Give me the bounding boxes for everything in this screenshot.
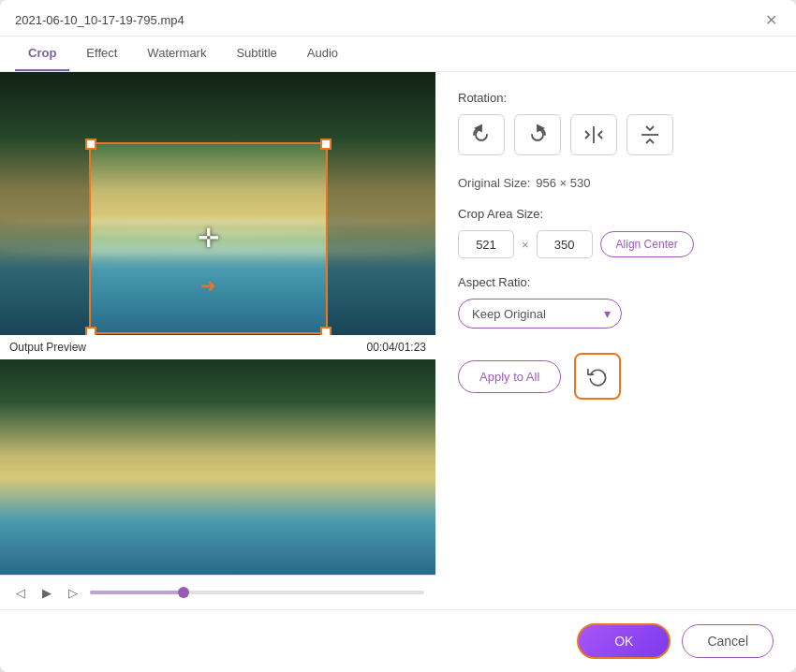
tab-bar: Crop Effect Watermark Subtitle Audio (0, 37, 796, 72)
video-crop-area[interactable]: ✛ ➜ (0, 72, 435, 335)
crop-handle-bottom-left[interactable] (85, 327, 96, 335)
tab-subtitle[interactable]: Subtitle (223, 37, 289, 71)
bottom-bar: OK Cancel (0, 609, 796, 672)
skip-forward-button[interactable]: ▷ (64, 583, 82, 602)
rotation-label: Rotation: (458, 91, 774, 105)
left-panel: ✛ ➜ Output Preview 00:04/01:23 ◁ ▶ ▷ (0, 72, 435, 609)
tab-audio[interactable]: Audio (294, 37, 351, 71)
original-size-label: Original Size: (458, 176, 530, 190)
rotate-right-button[interactable] (514, 114, 561, 155)
aspect-ratio-label: Aspect Ratio: (458, 275, 774, 289)
dialog: 2021-06-10_10-17-19-795.mp4 ✕ Crop Effec… (0, 0, 796, 672)
action-row: Apply to All (458, 353, 774, 400)
flip-vertical-button[interactable] (626, 114, 673, 155)
play-button[interactable]: ▶ (37, 583, 56, 602)
crop-handle-top-left[interactable] (85, 139, 96, 150)
output-preview-label: Output Preview (9, 341, 86, 354)
aspect-ratio-section: Aspect Ratio: Keep Original 16:9 4:3 1:1… (458, 275, 774, 329)
progress-fill (90, 591, 184, 594)
playback-bar: ◁ ▶ ▷ (0, 575, 435, 609)
arrow-indicator: ➜ (181, 276, 237, 295)
flip-horizontal-button[interactable] (570, 114, 617, 155)
move-cursor-icon: ✛ (190, 220, 228, 257)
crop-area-label: Crop Area Size: (458, 207, 774, 221)
output-label-row: Output Preview 00:04/01:23 (0, 335, 435, 359)
skip-back-button[interactable]: ◁ (11, 583, 30, 602)
crop-area-section: Crop Area Size: × Align Center (458, 207, 774, 258)
progress-thumb[interactable] (178, 587, 189, 598)
tab-effect[interactable]: Effect (73, 37, 130, 71)
rotate-left-button[interactable] (458, 114, 505, 155)
close-button[interactable]: ✕ (760, 9, 781, 30)
align-center-button[interactable]: Align Center (600, 231, 694, 257)
ok-button[interactable]: OK (577, 623, 671, 659)
tab-crop[interactable]: Crop (15, 37, 69, 71)
progress-track[interactable] (90, 591, 424, 594)
preview-video-background (0, 359, 435, 575)
apply-to-all-button[interactable]: Apply to All (458, 360, 561, 393)
content-area: ✛ ➜ Output Preview 00:04/01:23 ◁ ▶ ▷ (0, 72, 796, 609)
multiply-sign: × (522, 238, 529, 252)
crop-width-input[interactable] (458, 230, 514, 258)
tab-watermark[interactable]: Watermark (134, 37, 219, 71)
crop-height-input[interactable] (537, 230, 593, 258)
original-size-row: Original Size: 956 × 530 (458, 176, 774, 190)
preview-area (0, 359, 435, 575)
title-bar: 2021-06-10_10-17-19-795.mp4 ✕ (0, 0, 796, 37)
reset-button[interactable] (574, 353, 621, 400)
original-size-section: Original Size: 956 × 530 (458, 176, 774, 190)
video-timestamp: 00:04/01:23 (367, 341, 426, 354)
crop-box[interactable]: ✛ ➜ (89, 142, 328, 334)
aspect-ratio-dropdown[interactable]: Keep Original 16:9 4:3 1:1 9:16 (458, 299, 622, 329)
original-size-value: 956 × 530 (536, 176, 590, 190)
right-panel: Rotation: (435, 72, 796, 609)
crop-area-row: × Align Center (458, 230, 774, 258)
cancel-button[interactable]: Cancel (682, 624, 774, 658)
aspect-ratio-select[interactable]: Keep Original 16:9 4:3 1:1 9:16 (458, 299, 622, 329)
rotation-buttons (458, 114, 774, 155)
crop-handle-bottom-right[interactable] (320, 327, 332, 335)
window-title: 2021-06-10_10-17-19-795.mp4 (15, 13, 184, 27)
rotation-section: Rotation: (458, 91, 774, 159)
crop-handle-top-right[interactable] (320, 139, 332, 150)
